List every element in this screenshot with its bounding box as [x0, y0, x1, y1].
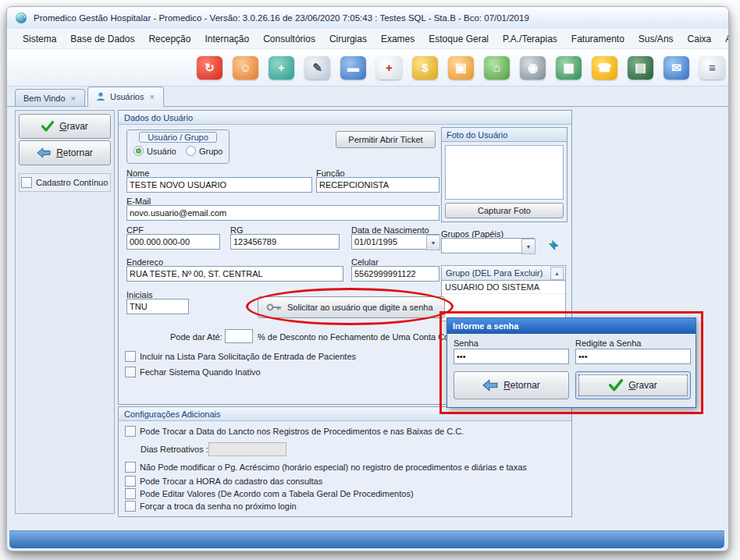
- stock-icon[interactable]: ▣: [448, 56, 474, 80]
- hospital-bed-icon[interactable]: ▬: [340, 56, 366, 80]
- grupo-list-header[interactable]: Grupo (DEL Para Excluir) ▲: [441, 265, 566, 281]
- iniciais-input[interactable]: [126, 299, 189, 314]
- retornar-button[interactable]: Retornar: [19, 140, 111, 165]
- permitir-abrir-ticket-button[interactable]: Permitir Abrir Ticket: [336, 131, 436, 148]
- tab-bem-vindo[interactable]: Bem Vindo ×: [15, 89, 85, 106]
- pode-trocar-data-checkbox[interactable]: Pode Trocar a Data do Lancto nos Registr…: [125, 426, 464, 437]
- toolbar: ↻ ☺ + ✎ ▬ + $ ▣ ⌂ ◉ ▦ ☎ ▤ ✉ ≡: [7, 49, 728, 87]
- menu-bar: Sistema Base de Dados Recepção Internaçã…: [7, 29, 728, 49]
- dialog-gravar-button[interactable]: Gravar: [575, 371, 691, 399]
- add-group-button[interactable]: +: [542, 234, 564, 254]
- menu-item-faturamento[interactable]: Faturamento: [565, 31, 631, 47]
- app-window: Promedico Gestão Hospitalar - Promedico …: [6, 6, 729, 551]
- checkbox-box[interactable]: [125, 367, 136, 377]
- finance-schedule-icon[interactable]: ▦: [556, 56, 582, 80]
- menu-item-consultorios[interactable]: Consultórios: [257, 31, 322, 47]
- radio-grupo[interactable]: Grupo: [186, 146, 223, 156]
- phone-icon[interactable]: ☎: [592, 56, 617, 80]
- checkbox-box[interactable]: [21, 177, 32, 188]
- password-dialog-title[interactable]: Informe a senha: [447, 318, 696, 334]
- celular-input[interactable]: [351, 266, 439, 282]
- menu-item-estoque-geral[interactable]: Estoque Geral: [422, 31, 495, 47]
- vault-icon[interactable]: ◉: [520, 56, 546, 80]
- dados-usuario-caption: Dados do Usuário: [119, 111, 571, 125]
- nome-input[interactable]: [126, 177, 312, 193]
- checkbox-box[interactable]: [125, 476, 136, 487]
- report-icon[interactable]: ≡: [699, 56, 725, 80]
- foto-usuario-panel: Foto do Usuário Capturar Foto: [441, 127, 567, 222]
- menu-item-base-de-dados[interactable]: Base de Dados: [64, 31, 141, 47]
- support-icon[interactable]: ↻: [197, 56, 222, 80]
- grupos-papeis-combo[interactable]: [441, 238, 535, 253]
- nascimento-dropdown-icon[interactable]: ▼: [426, 235, 440, 250]
- endereco-input[interactable]: [126, 266, 343, 282]
- senha-input[interactable]: [454, 349, 569, 364]
- close-icon[interactable]: ×: [70, 94, 76, 103]
- capturar-foto-button[interactable]: Capturar Foto: [445, 203, 564, 218]
- dialog-retornar-button[interactable]: Retornar: [454, 371, 569, 399]
- pode-editar-valores-checkbox[interactable]: Pode Editar Valores (De Acordo com a Tab…: [125, 488, 414, 499]
- check-icon: [609, 379, 623, 392]
- dias-retroativos-label: Dias Retroativos :: [141, 445, 208, 454]
- email-input[interactable]: [126, 205, 439, 221]
- checkbox-box[interactable]: [125, 501, 136, 512]
- photo-area: [445, 145, 564, 200]
- app-icon[interactable]: [15, 12, 27, 24]
- ambulance-icon[interactable]: +: [376, 56, 402, 80]
- patients-icon[interactable]: ☺: [233, 56, 258, 80]
- grupos-papeis-dropdown-icon[interactable]: ▼: [521, 239, 535, 254]
- checkbox-box[interactable]: [125, 462, 136, 473]
- back-arrow-icon: [482, 379, 498, 392]
- menu-item-sus-ans[interactable]: Sus/Ans: [632, 31, 680, 47]
- back-arrow-icon: [37, 147, 51, 158]
- tab-usuarios[interactable]: Usuários ×: [87, 87, 164, 107]
- prescription-icon[interactable]: ✎: [304, 56, 330, 80]
- pode-trocar-hora-checkbox[interactable]: Pode Trocar a HORA do cadastro das consu…: [125, 476, 322, 487]
- incluir-lista-checkbox[interactable]: Incluir na Lista Para Solicitação de Ent…: [125, 351, 356, 362]
- close-icon[interactable]: ×: [148, 92, 155, 101]
- checkbox-box[interactable]: [125, 426, 136, 437]
- funcao-input[interactable]: [316, 177, 439, 193]
- key-icon: [266, 303, 282, 312]
- message-icon[interactable]: ✉: [664, 56, 689, 80]
- menu-item-caixa[interactable]: Caixa: [681, 31, 718, 47]
- check-icon: [41, 121, 54, 132]
- desconto-suffix-label: % de Desconto no Fechamento de Uma Conta…: [258, 332, 471, 342]
- forcar-troca-senha-checkbox[interactable]: Forçar a troca da senha no próximo login: [125, 501, 297, 512]
- checkbox-box[interactable]: [125, 488, 136, 499]
- billing-icon[interactable]: $: [412, 56, 438, 80]
- redigite-senha-input[interactable]: [575, 349, 691, 364]
- pharmacy-icon[interactable]: ⌂: [484, 56, 510, 80]
- menu-item-sistema[interactable]: Sistema: [16, 31, 62, 47]
- menu-item-cirurgias[interactable]: Cirurgias: [323, 31, 373, 47]
- gravar-button[interactable]: Gravar: [19, 114, 111, 139]
- menu-item-recepcao[interactable]: Recepção: [142, 31, 197, 47]
- menu-item-pa-terapias[interactable]: P.A./Terapias: [496, 31, 564, 47]
- menu-item-exames[interactable]: Exames: [375, 31, 421, 47]
- checkbox-box[interactable]: [125, 351, 136, 362]
- pode-dar-ate-label: Pode dar Até:: [170, 332, 222, 342]
- sort-asc-icon: ▲: [550, 267, 564, 280]
- ledger-icon[interactable]: ▤: [628, 56, 653, 80]
- radio-usuario[interactable]: Usuário: [133, 146, 176, 156]
- foto-usuario-caption: Foto do Usuário: [442, 128, 567, 142]
- title-bar[interactable]: Promedico Gestão Hospitalar - Promedico …: [7, 7, 728, 29]
- user-icon: [96, 92, 105, 101]
- status-bar: [9, 530, 724, 548]
- menu-item-internacao[interactable]: Internação: [198, 31, 255, 47]
- cadastro-continuo-checkbox[interactable]: Cadastro Contínuo: [19, 173, 111, 192]
- dias-retroativos-input[interactable]: [208, 442, 286, 456]
- desconto-input[interactable]: [225, 329, 253, 343]
- cpf-input[interactable]: [126, 234, 220, 250]
- menu-item-administracao[interactable]: Administra: [719, 31, 729, 47]
- rg-input[interactable]: [230, 234, 340, 250]
- configuracoes-adicionais-group: Configurações Adicionais Pode Trocar a D…: [118, 406, 572, 517]
- sidebar: Gravar Retornar Cadastro Contínuo: [15, 110, 115, 514]
- nao-pode-modificar-pg-checkbox[interactable]: Não Pode modificar o Pg. Acréscimo (horá…: [125, 462, 527, 473]
- fechar-sistema-checkbox[interactable]: Fechar Sistema Quando Inativo: [125, 367, 261, 377]
- doctor-icon[interactable]: +: [269, 56, 294, 80]
- list-item[interactable]: USUÁRIO DO SISTEMA: [442, 281, 565, 294]
- solicitar-senha-button[interactable]: Solicitar ao usuário que digite a senha: [258, 296, 445, 318]
- grupo-list: USUÁRIO DO SISTEMA: [441, 281, 566, 321]
- usuario-grupo-box: Usuário / Grupo Usuário Grupo: [126, 129, 229, 164]
